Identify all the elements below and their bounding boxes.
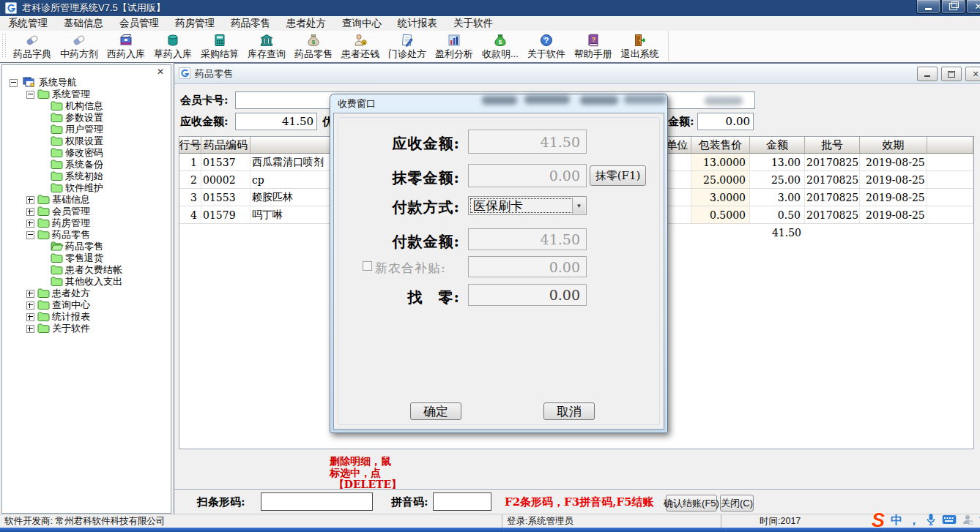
child-window-titlebar: 药品零售 ✕ [174, 64, 980, 84]
child-close-button[interactable]: ✕ [965, 67, 980, 81]
tree-item-system-nav[interactable]: 系统导航 [2, 77, 171, 89]
tree-collapse-icon[interactable] [10, 79, 18, 87]
tree-expand-icon[interactable] [26, 301, 34, 310]
toolbar-drug-dictionary[interactable]: 药品字典 [9, 31, 56, 61]
tree-item-stats-reports[interactable]: 统计报表 [2, 311, 171, 323]
menu-drug-retail[interactable]: 药品零售 [223, 16, 278, 31]
exit-door-icon [633, 32, 647, 48]
menu-basic-info[interactable]: 基础信息 [56, 16, 111, 31]
tree-item-patient-arrears[interactable]: 患者欠费结帐 [2, 264, 171, 276]
navigation-sidebar: ✕ 系统导航 系统管理 机构信息 参数设置 用户管理 权限设置 修改密码 系统备… [1, 64, 171, 514]
ime-punctuation-toggle[interactable]: ， [908, 513, 920, 528]
close-button[interactable]: ✕ [966, 0, 980, 14]
tree-item-param-settings[interactable]: 参数设置 [2, 112, 171, 124]
question-ball-icon: ? [539, 32, 554, 48]
tree-item-patient-prescription[interactable]: 患者处方 [2, 288, 171, 299]
tree-item-query-center[interactable]: 查询中心 [2, 299, 171, 311]
sidebar-close-icon[interactable]: ✕ [155, 67, 166, 77]
restore-button[interactable] [941, 0, 965, 14]
ncms-checkbox[interactable] [363, 261, 372, 271]
confirm-checkout-button[interactable]: 确认结账(F5) [666, 495, 717, 512]
tree-item-system-backup[interactable]: 系统备份 [2, 159, 171, 171]
sogou-logo-icon[interactable]: S [872, 511, 885, 531]
child-minimize-button[interactable] [917, 67, 938, 81]
tree-expand-icon[interactable] [26, 220, 34, 228]
menu-query-center[interactable]: 查询中心 [334, 16, 390, 31]
dlg-rounddown-input[interactable]: 0.00 [468, 164, 587, 187]
tree-collapse-icon[interactable] [26, 91, 34, 99]
tree-collapse-icon[interactable] [26, 231, 34, 239]
toolbar-help-manual[interactable]: ? 帮助手册 [570, 31, 617, 61]
menu-patient-prescription[interactable]: 患者处方 [278, 16, 334, 31]
tree-expand-icon[interactable] [26, 325, 34, 333]
tree-expand-icon[interactable] [26, 290, 34, 298]
menu-stats-reports[interactable]: 统计报表 [390, 16, 445, 31]
tree-item-user-mgmt[interactable]: 用户管理 [2, 124, 171, 135]
tree-item-system-mgmt[interactable]: 系统管理 [2, 89, 171, 100]
blurred-text [705, 97, 743, 105]
folder-icon [37, 217, 51, 228]
toolbar-western-drug-inbound[interactable]: 西药入库 [103, 31, 149, 61]
tree-item-drug-retail[interactable]: 药品零售 [2, 241, 171, 252]
delete-hint: 删除明细，鼠 标选中，点 【DELETE】 [330, 455, 406, 490]
toolbar-about-software[interactable]: ? 关于软件 [523, 31, 570, 61]
barcode-input[interactable] [261, 492, 373, 511]
child-restore-button[interactable] [941, 67, 962, 81]
tree-item-member-mgmt[interactable]: 会员管理 [2, 206, 171, 217]
cancel-button[interactable]: 取消 [543, 402, 595, 420]
tree-item-basic-info[interactable]: 基础信息 [2, 194, 171, 206]
keyboard-icon[interactable] [942, 514, 957, 528]
menu-bar: 系统管理 基础信息 会员管理 药房管理 药品零售 患者处方 查询中心 统计报表 … [0, 16, 980, 31]
window-title: 君科诊所管理系统V7.5【试用版】 [22, 0, 166, 16]
herb-capsule-icon [72, 32, 86, 48]
dlg-receivable-input: 41.50 [468, 130, 587, 154]
close-retail-button[interactable]: 关闭(C) [720, 495, 754, 512]
tree-item-org-info[interactable]: 机构信息 [2, 100, 171, 112]
microphone-icon[interactable] [926, 513, 936, 529]
toolbar-drug-retail[interactable]: $ 药品零售 [290, 31, 337, 61]
toolbar-patient-refund[interactable]: ¥ 患者还钱 [337, 31, 384, 61]
menu-system-mgmt[interactable]: 系统管理 [0, 16, 56, 31]
folder-icon [37, 89, 51, 100]
chevron-down-icon[interactable]: ▼ [572, 198, 585, 214]
toolbar-purchase-settlement[interactable]: 采购结算 [196, 31, 243, 61]
prescription-pad-icon [400, 32, 415, 48]
user-profile-icon[interactable] [962, 514, 973, 528]
tree-item-drug-retail-group[interactable]: 药品零售 [2, 229, 171, 241]
folder-icon [51, 171, 64, 181]
ime-language-toggle[interactable]: 中 [891, 513, 902, 528]
tree-item-software-maintenance[interactable]: 软件维护 [2, 182, 171, 194]
tree-item-change-password[interactable]: 修改密码 [2, 147, 171, 159]
dlg-change-input: 0.00 [468, 284, 587, 306]
dialog-title: 收费窗口 [338, 94, 376, 113]
tree-item-retail-return[interactable]: 零售退货 [2, 252, 171, 264]
rounddown-button[interactable]: 抹零(F1) [590, 165, 646, 186]
toolbar-herb-inbound[interactable]: 草药入库 [149, 31, 196, 61]
svg-text:$: $ [312, 39, 316, 45]
toolbar-profit-analysis[interactable]: 盈利分析 [431, 31, 478, 61]
tree-item-system-init[interactable]: 系统初始 [2, 171, 171, 182]
toolbar-herb-formula[interactable]: 中药方剂 [56, 31, 103, 61]
menu-member-mgmt[interactable]: 会员管理 [111, 16, 167, 31]
toolbar-gripper[interactable] [2, 34, 7, 59]
toolbar-inventory-query[interactable]: 库存查询 [243, 31, 290, 61]
toolbar-receipt-details[interactable]: $ 收款明... [478, 31, 523, 61]
payment-method-select[interactable]: 医保刷卡 ▼ [468, 196, 587, 215]
menu-pharmacy-mgmt[interactable]: 药房管理 [167, 16, 223, 31]
tree-expand-icon[interactable] [26, 196, 34, 204]
tree-expand-icon[interactable] [26, 313, 34, 321]
tree-expand-icon[interactable] [26, 208, 34, 216]
minimize-button[interactable] [916, 0, 940, 14]
tree-item-pharmacy-mgmt[interactable]: 药房管理 [2, 217, 171, 229]
tree-item-permission-settings[interactable]: 权限设置 [2, 135, 171, 147]
tree-item-about-software[interactable]: 关于软件 [2, 323, 171, 334]
ok-button[interactable]: 确定 [410, 402, 461, 420]
menu-about[interactable]: 关于软件 [445, 16, 501, 31]
col-line-no: 行号 [179, 137, 201, 153]
tree-item-other-income-expense[interactable]: 其他收入支出 [2, 276, 171, 288]
folder-icon [37, 299, 51, 310]
toolbar-outpatient-prescription[interactable]: 门诊处方 [384, 31, 431, 61]
toolbar-exit-system[interactable]: 退出系统 [617, 31, 664, 61]
pinyin-input[interactable] [433, 492, 491, 511]
folder-icon [51, 124, 64, 135]
